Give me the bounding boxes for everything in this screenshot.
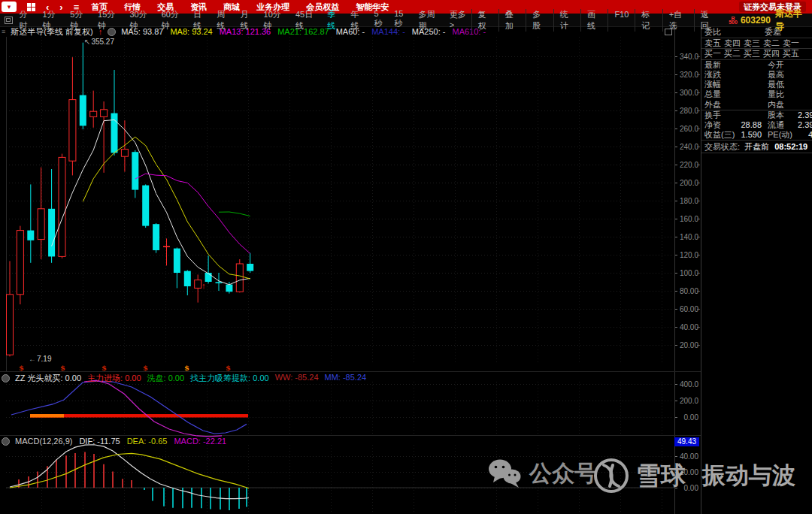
- price-tick-14: 60.00: [675, 305, 698, 313]
- period-15[interactable]: 多周期: [418, 9, 441, 32]
- fin-row-1: 净资28.88流通2.39: [701, 120, 812, 130]
- tool-list: 复权叠加多股统计画线F10标记+自选返回: [471, 9, 722, 32]
- stock-code: 603290: [741, 15, 771, 26]
- sell-level-2: 卖三: [741, 38, 760, 47]
- price-tick-1: 320.0: [675, 71, 698, 79]
- macd-header: MACD(12,26,9)DIF: -11.75DEA: -0.65MACD: …: [2, 437, 226, 446]
- period-7[interactable]: 周线: [217, 9, 232, 32]
- zz-tick-0: 400.0: [675, 380, 698, 389]
- buy-level-1: 买二: [721, 49, 741, 58]
- period-2[interactable]: 5分钟: [70, 9, 89, 32]
- tool-7[interactable]: +自选: [662, 9, 694, 32]
- quote-rows: 最新今开涨跌最高涨幅最低总量量比外盘内盘: [701, 60, 812, 110]
- period-6[interactable]: 日线: [193, 9, 208, 32]
- sell-level-4: 卖一: [780, 38, 799, 47]
- sell-level-3: 卖二: [760, 38, 780, 47]
- macd-tick-0: 40.00: [675, 452, 698, 461]
- macd-value-1: DIF: -11.75: [79, 437, 120, 446]
- period-4[interactable]: 30分钟: [129, 9, 153, 32]
- quote-row-2: 涨幅最低: [701, 80, 812, 89]
- dividend-marker-2: $: [102, 364, 107, 372]
- zz-tick-1: 200.0: [675, 397, 698, 405]
- period-8[interactable]: 月线: [240, 9, 255, 32]
- quote-row-3: 总量量比: [701, 89, 812, 99]
- tool-3[interactable]: 统计: [553, 9, 580, 32]
- buy-level-3: 买四: [760, 49, 780, 58]
- window-layout-icon[interactable]: [5, 17, 13, 24]
- price-tick-7: 200.0: [675, 179, 698, 187]
- dividend-marker-3: $: [143, 364, 148, 372]
- period-1[interactable]: 1分钟: [43, 9, 62, 32]
- trade-status-time: 08:52:19: [774, 142, 807, 151]
- price-tick-4: 260.0: [675, 125, 698, 133]
- zz-value-2: 洗盘: 0.00: [147, 373, 185, 384]
- low-price-label: 7.19: [29, 355, 51, 363]
- tool-8[interactable]: 返回: [694, 9, 721, 32]
- list-icon[interactable]: ≡: [2, 28, 5, 35]
- price-tick-5: 240.0: [675, 143, 698, 151]
- zz-value-4: WW: -85.24: [275, 373, 319, 384]
- dividend-marker-1: $: [60, 364, 65, 372]
- sell-level-1: 卖四: [721, 38, 741, 47]
- trade-status-row: 交易状态: 开盘前 08:52:19: [701, 140, 812, 153]
- quote-panel: 委比 委差 卖五卖四卖三卖二卖一 买一买二买三买四买五 最新今开涨跌最高涨幅最低…: [701, 26, 812, 514]
- price-tick-13: 80.00: [675, 287, 698, 295]
- tool-4[interactable]: 画线: [580, 9, 607, 32]
- buy-level-2: 买三: [741, 49, 760, 58]
- period-13[interactable]: 5秒: [374, 9, 386, 32]
- margin-badge: R500: [729, 17, 738, 24]
- period-16[interactable]: 更多 >: [450, 9, 471, 32]
- quote-row-4: 外盘内盘: [701, 100, 812, 110]
- indicator-toggle-icon[interactable]: [2, 374, 10, 382]
- tool-1[interactable]: 叠加: [498, 9, 526, 32]
- price-tick-0: 340.0: [675, 53, 698, 61]
- period-12[interactable]: 年线: [350, 9, 365, 32]
- financial-rows: 换手股本2.39净资28.88流通2.39收益(三)1.590PE(动)4: [701, 110, 812, 141]
- zz-value-3: 找主力吸筹提款: 0.00: [190, 373, 269, 384]
- period-0[interactable]: 分时: [19, 9, 34, 32]
- period-10[interactable]: 45日线: [295, 9, 319, 32]
- price-tick-11: 120.0: [675, 251, 698, 259]
- period-5[interactable]: 60分钟: [162, 9, 185, 32]
- dropdown-button[interactable]: ▾: [2, 2, 17, 12]
- period-9[interactable]: 10分钟: [264, 9, 287, 32]
- quote-row-0: 最新今开: [701, 60, 812, 70]
- price-tick-12: 100.0: [675, 269, 698, 277]
- macd-axis-current-value: 49.43: [674, 437, 699, 446]
- stock-name: 斯达半导: [775, 8, 809, 33]
- tool-6[interactable]: 标记: [635, 9, 662, 32]
- price-tick-2: 300.0: [675, 89, 698, 97]
- tool-5[interactable]: F10: [607, 9, 635, 32]
- trade-status-label: 交易状态:: [704, 142, 740, 151]
- price-tick-8: 180.0: [675, 197, 698, 205]
- macd-values: MACD(12,26,9)DIF: -11.75DEA: -0.65MACD: …: [15, 437, 226, 446]
- price-tick-15: 40.00: [675, 323, 698, 331]
- tool-0[interactable]: 复权: [471, 9, 498, 32]
- period-list: 分时1分钟5分钟15分钟30分钟60分钟日线周线月线10分钟45日线季线年线5秒…: [19, 9, 471, 32]
- zz-values: ZZ 光头就买: 0.00主力进场: 0.00洗盘: 0.00找主力吸筹提款: …: [15, 373, 366, 384]
- fin-row-0: 换手股本2.39: [701, 110, 812, 120]
- high-price-label: 355.27: [84, 38, 114, 46]
- dividend-marker-4: $: [184, 364, 189, 372]
- zz-value-5: MM: -85.24: [325, 373, 367, 384]
- buy-levels: 买一买二买三买四买五: [701, 49, 812, 59]
- macd-tick-1: 20.00: [675, 468, 698, 476]
- price-tick-16: 20.00: [675, 341, 698, 349]
- price-tick-9: 160.0: [675, 215, 698, 223]
- zz-indicator-header: ZZ 光头就买: 0.00主力进场: 0.00洗盘: 0.00找主力吸筹提款: …: [2, 373, 366, 384]
- buy-level-4: 买五: [780, 49, 799, 58]
- macd-value-0: MACD(12,26,9): [15, 437, 72, 446]
- tool-2[interactable]: 多股: [526, 9, 553, 32]
- macd-tick-2: 0.00: [675, 484, 698, 492]
- period-toolbar: 分时1分钟5分钟15分钟30分钟60分钟日线周线月线10分钟45日线季线年线5秒…: [0, 14, 812, 27]
- period-14[interactable]: 15秒: [394, 9, 410, 32]
- zz-tick-2: 0.00: [675, 413, 698, 422]
- period-3[interactable]: 15分钟: [98, 9, 121, 32]
- indicator-toggle-icon[interactable]: [2, 437, 10, 446]
- price-tick-6: 220.0: [675, 161, 698, 169]
- zz-value-1: 主力进场: 0.00: [87, 373, 141, 384]
- period-11[interactable]: 季线: [327, 9, 342, 32]
- dividend-marker-0: $: [19, 364, 24, 372]
- dividend-marker-5: $: [226, 364, 231, 372]
- trade-status-value: 开盘前: [744, 142, 769, 151]
